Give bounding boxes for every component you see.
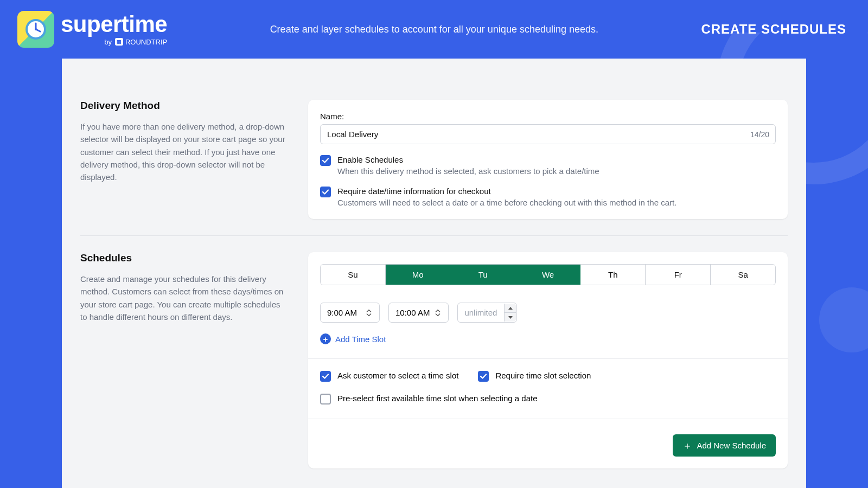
brand-title: supertime [61,13,167,36]
slot-capacity-placeholder: unlimited [464,308,497,317]
stepper-down[interactable] [505,313,516,322]
day-tab-tu[interactable]: Tu [451,265,516,285]
day-tab-fr[interactable]: Fr [646,265,711,285]
slot-capacity-input[interactable]: unlimited [457,303,517,323]
preselect-timeslot-label: Pre-select first available time slot whe… [337,394,538,403]
page-header: supertime by ▦ROUNDTRIP Create and layer… [0,0,868,59]
content-canvas: Delivery Method If you have more than on… [62,59,806,488]
section-delivery-method: Delivery Method If you have more than on… [62,75,806,235]
enable-schedules-checkbox[interactable] [320,155,331,166]
delivery-desc: If you have more than one delivery metho… [80,120,286,183]
day-tab-th[interactable]: Th [580,265,646,285]
schedule-card: SuMoTuWeThFrSa 9:00 AM 10:00 AM [308,252,788,468]
add-time-slot-label: Add Time Slot [335,335,386,344]
clock-icon [17,11,54,48]
plus-circle-icon: + [320,333,331,344]
brand-logo: supertime by ▦ROUNDTRIP [17,11,167,48]
delivery-card: Name: 14/20 Enable Schedules When this d… [308,100,788,219]
require-timeslot-label: Require time slot selection [495,371,591,380]
day-tab-we[interactable]: We [516,265,581,285]
require-timeslot-checkbox[interactable] [478,371,489,382]
day-tab-su[interactable]: Su [321,265,386,285]
add-schedule-label: Add New Schedule [697,441,766,450]
slot-end-value: 10:00 AM [395,308,430,317]
delivery-heading: Delivery Method [80,100,286,112]
brand-company: ROUNDTRIP [125,38,167,46]
header-tagline: Create and layer schedules to account fo… [167,24,701,35]
day-tab-mo[interactable]: Mo [386,265,451,285]
svg-point-33 [35,28,37,30]
schedules-desc: Create and manage your schedules for thi… [80,273,286,323]
add-schedule-button[interactable]: ＋ Add New Schedule [673,434,776,457]
schedules-heading: Schedules [80,252,286,264]
quantity-stepper[interactable] [504,304,516,322]
section-schedules: Schedules Create and manage your schedul… [80,235,788,485]
stepper-up[interactable] [505,304,516,313]
require-datetime-desc: Customers will need to select a date or … [337,198,676,207]
enable-schedules-desc: When this delivery method is selected, a… [337,166,599,176]
divider [308,419,788,419]
day-tabs: SuMoTuWeThFrSa [320,264,776,285]
header-page-title: CREATE SCHEDULES [701,22,846,37]
day-tab-sa[interactable]: Sa [711,265,775,285]
divider [308,358,788,359]
preselect-timeslot-checkbox[interactable] [320,394,331,404]
add-time-slot-button[interactable]: + Add Time Slot [320,333,776,344]
roundtrip-icon: ▦ [115,38,123,46]
name-label: Name: [320,112,776,121]
enable-schedules-label: Enable Schedules [337,155,599,164]
slot-end-select[interactable]: 10:00 AM [388,303,449,323]
brand-by: by [104,38,112,46]
slot-start-select[interactable]: 9:00 AM [320,303,380,323]
time-slot-row: 9:00 AM 10:00 AM unl [320,303,776,323]
slot-start-value: 9:00 AM [327,308,357,317]
require-datetime-checkbox[interactable] [320,187,331,197]
ask-timeslot-label: Ask customer to select a time slot [337,371,458,380]
char-count: 14/20 [750,130,769,139]
require-datetime-label: Require date/time information for checko… [337,187,676,196]
chevron-updown-icon [366,309,375,316]
ask-timeslot-checkbox[interactable] [320,371,331,382]
chevron-updown-icon [435,309,444,316]
name-input[interactable] [320,124,776,144]
